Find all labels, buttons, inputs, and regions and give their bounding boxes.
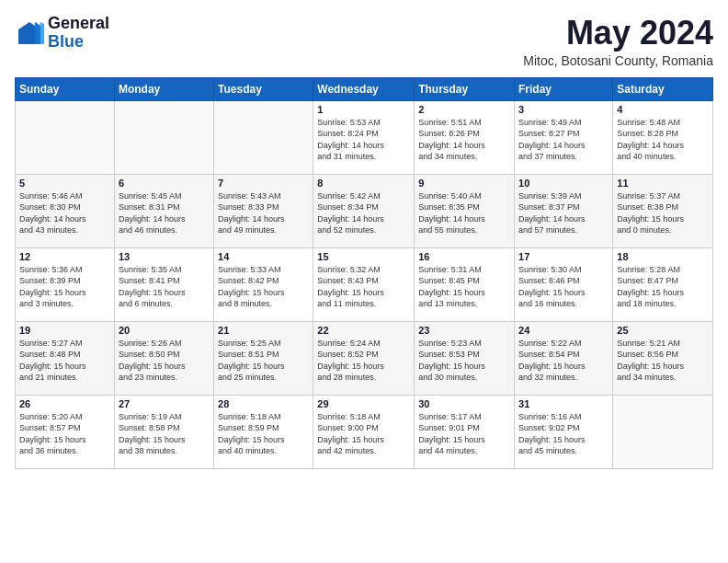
day-info: Sunrise: 5:31 AM Sunset: 8:45 PM Dayligh… <box>418 264 510 310</box>
day-number: 13 <box>119 251 210 262</box>
day-number: 9 <box>418 178 510 189</box>
calendar-day-cell: 29Sunrise: 5:18 AM Sunset: 9:00 PM Dayli… <box>313 395 415 468</box>
calendar-day-cell: 24Sunrise: 5:22 AM Sunset: 8:54 PM Dayli… <box>515 321 613 395</box>
calendar-day-header: Thursday <box>415 77 515 100</box>
day-number: 6 <box>119 178 210 189</box>
day-number: 24 <box>518 325 609 336</box>
calendar-day-cell: 13Sunrise: 5:35 AM Sunset: 8:41 PM Dayli… <box>114 247 213 321</box>
day-number: 10 <box>518 178 609 189</box>
calendar-day-cell: 28Sunrise: 5:18 AM Sunset: 8:59 PM Dayli… <box>214 395 313 468</box>
calendar-day-cell: 6Sunrise: 5:45 AM Sunset: 8:31 PM Daylig… <box>114 174 213 247</box>
day-number: 31 <box>518 398 609 409</box>
logo-general-text: General <box>48 15 109 33</box>
day-info: Sunrise: 5:45 AM Sunset: 8:31 PM Dayligh… <box>119 190 210 236</box>
calendar-week-row: 12Sunrise: 5:36 AM Sunset: 8:39 PM Dayli… <box>16 247 713 321</box>
day-number: 22 <box>317 325 410 336</box>
calendar-day-cell: 27Sunrise: 5:19 AM Sunset: 8:58 PM Dayli… <box>114 395 213 468</box>
day-number: 8 <box>317 178 410 189</box>
logo-blue-text: Blue <box>48 33 109 52</box>
calendar-day-cell <box>214 100 313 174</box>
day-number: 17 <box>518 251 609 262</box>
calendar-day-cell: 25Sunrise: 5:21 AM Sunset: 8:56 PM Dayli… <box>613 321 713 395</box>
calendar-day-cell: 26Sunrise: 5:20 AM Sunset: 8:57 PM Dayli… <box>16 395 115 468</box>
calendar-day-cell: 19Sunrise: 5:27 AM Sunset: 8:48 PM Dayli… <box>16 321 115 395</box>
day-info: Sunrise: 5:25 AM Sunset: 8:51 PM Dayligh… <box>218 338 309 384</box>
calendar-day-cell <box>613 395 713 468</box>
calendar-day-header: Sunday <box>16 77 115 100</box>
day-info: Sunrise: 5:21 AM Sunset: 8:56 PM Dayligh… <box>617 338 709 384</box>
calendar-day-cell <box>16 100 115 174</box>
day-info: Sunrise: 5:17 AM Sunset: 9:01 PM Dayligh… <box>418 411 510 457</box>
day-number: 19 <box>19 325 110 336</box>
day-info: Sunrise: 5:27 AM Sunset: 8:48 PM Dayligh… <box>19 338 110 384</box>
page-header: General Blue May 2024 Mitoc, Botosani Co… <box>15 15 713 68</box>
day-number: 16 <box>418 251 510 262</box>
day-number: 15 <box>317 251 410 262</box>
calendar-table: SundayMondayTuesdayWednesdayThursdayFrid… <box>15 77 713 469</box>
logo-text: General Blue <box>48 15 109 52</box>
day-number: 23 <box>418 325 510 336</box>
day-info: Sunrise: 5:24 AM Sunset: 8:52 PM Dayligh… <box>317 338 410 384</box>
day-number: 4 <box>617 104 709 115</box>
logo: General Blue <box>15 15 109 52</box>
calendar-day-cell: 8Sunrise: 5:42 AM Sunset: 8:34 PM Daylig… <box>313 174 415 247</box>
location-text: Mitoc, Botosani County, Romania <box>523 53 713 68</box>
day-number: 14 <box>218 251 309 262</box>
calendar-day-header: Monday <box>114 77 213 100</box>
day-info: Sunrise: 5:48 AM Sunset: 8:28 PM Dayligh… <box>617 117 709 163</box>
day-number: 3 <box>518 104 609 115</box>
day-number: 28 <box>218 398 309 409</box>
day-info: Sunrise: 5:35 AM Sunset: 8:41 PM Dayligh… <box>119 264 210 310</box>
calendar-day-cell: 5Sunrise: 5:46 AM Sunset: 8:30 PM Daylig… <box>16 174 115 247</box>
day-number: 30 <box>418 398 510 409</box>
day-number: 18 <box>617 251 709 262</box>
day-number: 5 <box>19 178 110 189</box>
calendar-day-cell: 2Sunrise: 5:51 AM Sunset: 8:26 PM Daylig… <box>415 100 515 174</box>
calendar-week-row: 1Sunrise: 5:53 AM Sunset: 8:24 PM Daylig… <box>16 100 713 174</box>
calendar-day-cell: 31Sunrise: 5:16 AM Sunset: 9:02 PM Dayli… <box>515 395 613 468</box>
day-info: Sunrise: 5:46 AM Sunset: 8:30 PM Dayligh… <box>19 190 110 236</box>
day-number: 21 <box>218 325 309 336</box>
calendar-day-cell: 11Sunrise: 5:37 AM Sunset: 8:38 PM Dayli… <box>613 174 713 247</box>
day-info: Sunrise: 5:22 AM Sunset: 8:54 PM Dayligh… <box>518 338 609 384</box>
day-info: Sunrise: 5:40 AM Sunset: 8:35 PM Dayligh… <box>418 190 510 236</box>
day-info: Sunrise: 5:33 AM Sunset: 8:42 PM Dayligh… <box>218 264 309 310</box>
day-number: 29 <box>317 398 410 409</box>
calendar-week-row: 19Sunrise: 5:27 AM Sunset: 8:48 PM Dayli… <box>16 321 713 395</box>
day-info: Sunrise: 5:51 AM Sunset: 8:26 PM Dayligh… <box>418 117 510 163</box>
calendar-day-cell: 4Sunrise: 5:48 AM Sunset: 8:28 PM Daylig… <box>613 100 713 174</box>
day-number: 1 <box>317 104 410 115</box>
calendar-day-cell: 12Sunrise: 5:36 AM Sunset: 8:39 PM Dayli… <box>16 247 115 321</box>
day-number: 12 <box>19 251 110 262</box>
day-info: Sunrise: 5:23 AM Sunset: 8:53 PM Dayligh… <box>418 338 510 384</box>
day-info: Sunrise: 5:20 AM Sunset: 8:57 PM Dayligh… <box>19 411 110 457</box>
day-info: Sunrise: 5:19 AM Sunset: 8:58 PM Dayligh… <box>119 411 210 457</box>
calendar-day-cell: 10Sunrise: 5:39 AM Sunset: 8:37 PM Dayli… <box>515 174 613 247</box>
calendar-day-header: Friday <box>515 77 613 100</box>
calendar-day-header: Wednesday <box>313 77 415 100</box>
day-info: Sunrise: 5:32 AM Sunset: 8:43 PM Dayligh… <box>317 264 410 310</box>
calendar-header-row: SundayMondayTuesdayWednesdayThursdayFrid… <box>16 77 713 100</box>
calendar-week-row: 26Sunrise: 5:20 AM Sunset: 8:57 PM Dayli… <box>16 395 713 468</box>
calendar-day-cell: 17Sunrise: 5:30 AM Sunset: 8:46 PM Dayli… <box>515 247 613 321</box>
calendar-day-cell <box>114 100 213 174</box>
day-info: Sunrise: 5:49 AM Sunset: 8:27 PM Dayligh… <box>518 117 609 163</box>
calendar-day-cell: 18Sunrise: 5:28 AM Sunset: 8:47 PM Dayli… <box>613 247 713 321</box>
day-number: 26 <box>19 398 110 409</box>
calendar-day-cell: 1Sunrise: 5:53 AM Sunset: 8:24 PM Daylig… <box>313 100 415 174</box>
day-info: Sunrise: 5:37 AM Sunset: 8:38 PM Dayligh… <box>617 190 709 236</box>
logo-icon <box>15 18 44 48</box>
month-title: May 2024 <box>523 15 713 52</box>
calendar-day-cell: 30Sunrise: 5:17 AM Sunset: 9:01 PM Dayli… <box>415 395 515 468</box>
calendar-day-cell: 9Sunrise: 5:40 AM Sunset: 8:35 PM Daylig… <box>415 174 515 247</box>
calendar-day-cell: 15Sunrise: 5:32 AM Sunset: 8:43 PM Dayli… <box>313 247 415 321</box>
day-number: 27 <box>119 398 210 409</box>
day-info: Sunrise: 5:18 AM Sunset: 8:59 PM Dayligh… <box>218 411 309 457</box>
day-info: Sunrise: 5:26 AM Sunset: 8:50 PM Dayligh… <box>119 338 210 384</box>
day-number: 7 <box>218 178 309 189</box>
day-info: Sunrise: 5:53 AM Sunset: 8:24 PM Dayligh… <box>317 117 410 163</box>
day-info: Sunrise: 5:30 AM Sunset: 8:46 PM Dayligh… <box>518 264 609 310</box>
day-info: Sunrise: 5:43 AM Sunset: 8:33 PM Dayligh… <box>218 190 309 236</box>
day-info: Sunrise: 5:39 AM Sunset: 8:37 PM Dayligh… <box>518 190 609 236</box>
day-info: Sunrise: 5:36 AM Sunset: 8:39 PM Dayligh… <box>19 264 110 310</box>
